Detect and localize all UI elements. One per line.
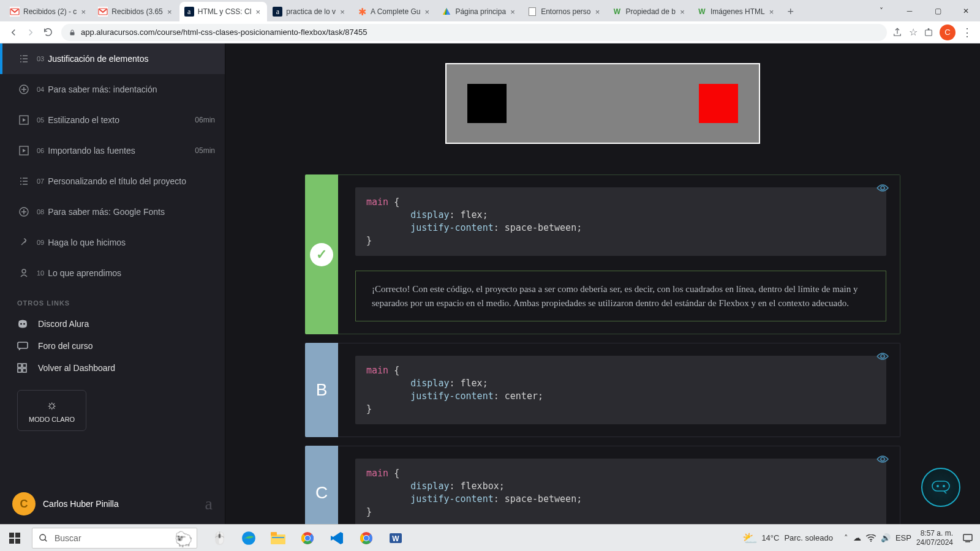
- tab-title: Recibidos (2) - c: [23, 7, 77, 16]
- tab-close-icon[interactable]: ×: [678, 7, 687, 16]
- lesson-number: 06: [37, 147, 44, 154]
- back-button[interactable]: [5, 24, 22, 41]
- bookmark-icon[interactable]: ☆: [909, 26, 918, 38]
- tray-notifications-icon[interactable]: [963, 533, 973, 543]
- browser-tab[interactable]: ✱ A Complete Gu ×: [352, 2, 436, 21]
- demo-flexbox-preview: [445, 63, 760, 144]
- svg-rect-26: [15, 533, 20, 538]
- svg-point-21: [881, 457, 884, 461]
- tab-close-icon[interactable]: ×: [165, 7, 174, 16]
- taskbar-weather[interactable]: ⛅ 14°C Parc. soleado: [742, 531, 833, 545]
- close-window-button[interactable]: ✕: [952, 0, 980, 21]
- tab-favicon: W: [697, 7, 707, 17]
- lesson-number: 04: [37, 86, 44, 93]
- tray-chevron-icon[interactable]: ˄: [844, 533, 848, 542]
- eye-icon[interactable]: [876, 352, 889, 361]
- sidebar-link[interactable]: Foro del curso: [0, 335, 225, 357]
- svg-rect-28: [15, 539, 20, 544]
- browser-tab[interactable]: W Imágenes HTML ×: [692, 2, 781, 21]
- start-button[interactable]: [0, 525, 29, 552]
- sidebar-lesson-item[interactable]: 10 Lo que aprendimos: [0, 258, 225, 288]
- svg-rect-6: [928, 28, 930, 30]
- tab-close-icon[interactable]: ×: [79, 7, 88, 16]
- clock-time: 8:57 a. m.: [916, 529, 953, 538]
- browser-tab[interactable]: W Propiedad de b ×: [608, 2, 692, 21]
- sidebar-link[interactable]: Discord Alura: [0, 313, 225, 335]
- svg-rect-31: [271, 534, 285, 544]
- menu-icon[interactable]: ⋮: [962, 26, 973, 39]
- sidebar-lesson-item[interactable]: 07 Personalizando el título del proyecto: [0, 166, 225, 197]
- tray-volume-icon[interactable]: 🔊: [881, 533, 891, 542]
- maximize-button[interactable]: ▢: [924, 0, 952, 21]
- taskbar-mouse-icon[interactable]: 🖱️: [205, 525, 234, 552]
- taskbar-word-icon[interactable]: W: [381, 525, 410, 552]
- tab-close-icon[interactable]: ×: [254, 7, 262, 16]
- svg-rect-14: [18, 342, 28, 348]
- browser-tab[interactable]: a practica de lo v ×: [268, 2, 352, 21]
- taskbar-edge-icon[interactable]: [234, 525, 263, 552]
- search-placeholder: Buscar: [55, 533, 81, 543]
- svg-point-24: [943, 485, 945, 487]
- taskbar-search[interactable]: Buscar 🐑: [32, 528, 197, 549]
- sun-icon: ☼: [46, 398, 57, 412]
- taskbar-chrome-icon-2[interactable]: [352, 525, 381, 552]
- tray-onedrive-icon[interactable]: ☁: [853, 533, 861, 542]
- sidebar-lesson-item[interactable]: 03 Justificación de elementos: [0, 43, 225, 74]
- svg-point-12: [20, 323, 22, 325]
- sidebar-lesson-item[interactable]: 04 Para saber más: indentación: [0, 74, 225, 105]
- svg-point-11: [22, 269, 26, 273]
- minimize-button[interactable]: ─: [895, 0, 924, 21]
- sidebar-lesson-item[interactable]: 06 Importando las fuentes 05min: [0, 135, 225, 166]
- tray-lang[interactable]: ESP: [895, 533, 911, 542]
- answer-option[interactable]: B main { display: flex; justify-content:…: [305, 343, 900, 437]
- user-avatar[interactable]: C: [12, 492, 36, 515]
- dropdown-icon[interactable]: ˅: [867, 0, 895, 21]
- sidebar-lesson-item[interactable]: 05 Estilizando el texto 06min: [0, 105, 225, 135]
- sidebar-lesson-item[interactable]: 08 Para saber más: Google Fonts: [0, 197, 225, 227]
- answer-option[interactable]: ✓ main { display: flex; justify-content:…: [305, 174, 900, 334]
- tab-close-icon[interactable]: ×: [338, 7, 347, 16]
- forward-button[interactable]: [22, 24, 39, 41]
- browser-tab[interactable]: Página principa ×: [437, 2, 522, 21]
- eye-icon[interactable]: [876, 455, 889, 463]
- chat-fab[interactable]: [921, 468, 960, 507]
- tab-close-icon[interactable]: ×: [594, 7, 602, 16]
- taskbar-vscode-icon[interactable]: [322, 525, 352, 552]
- plus-icon: [17, 205, 31, 219]
- tray-wifi-icon[interactable]: [866, 534, 876, 542]
- svg-point-13: [23, 323, 25, 325]
- answer-code: main { display: flexbox; justify-content…: [355, 459, 886, 524]
- tab-close-icon[interactable]: ×: [423, 7, 431, 16]
- check-icon: ✓: [310, 243, 333, 266]
- svg-rect-22: [932, 481, 949, 491]
- reload-button[interactable]: [39, 24, 56, 41]
- theme-label: MODO CLARO: [29, 416, 75, 423]
- eye-icon[interactable]: [876, 184, 889, 192]
- sidebar-link[interactable]: Volver al Dashboard: [0, 357, 225, 379]
- profile-avatar[interactable]: C: [940, 24, 956, 40]
- address-bar[interactable]: app.aluracursos.com/course/html-css-clas…: [61, 24, 887, 41]
- share-icon[interactable]: [892, 27, 903, 38]
- browser-tab[interactable]: a HTML y CSS: Cl ×: [179, 2, 268, 21]
- browser-tab[interactable]: Recibidos (3.65 ×: [93, 2, 178, 21]
- theme-toggle[interactable]: ☼ MODO CLARO: [17, 390, 86, 431]
- browser-tab[interactable]: Recibidos (2) - c ×: [5, 2, 92, 21]
- new-tab-button[interactable]: +: [782, 2, 800, 21]
- extensions-icon[interactable]: [924, 28, 933, 37]
- tab-close-icon[interactable]: ×: [767, 7, 776, 16]
- lesson-number: 08: [37, 208, 44, 216]
- taskbar-clock[interactable]: 8:57 a. m. 24/07/2024: [916, 529, 953, 547]
- taskbar-explorer-icon[interactable]: [263, 525, 293, 552]
- taskbar-chrome-icon-1[interactable]: [293, 525, 322, 552]
- svg-text:W: W: [392, 534, 399, 543]
- tab-favicon: W: [612, 7, 622, 17]
- tab-close-icon[interactable]: ×: [508, 7, 517, 16]
- answer-option[interactable]: C main { display: flexbox; justify-conte…: [305, 446, 900, 524]
- lesson-label: Personalizando el título del proyecto: [48, 176, 186, 186]
- svg-rect-4: [70, 32, 75, 35]
- browser-tab[interactable]: Entornos perso ×: [522, 2, 606, 21]
- tab-favicon: [442, 7, 451, 17]
- sidebar-lesson-item[interactable]: 09 Haga lo que hicimos: [0, 227, 225, 258]
- dash-icon: [17, 363, 31, 373]
- url-text: app.aluracursos.com/course/html-css-clas…: [81, 28, 368, 37]
